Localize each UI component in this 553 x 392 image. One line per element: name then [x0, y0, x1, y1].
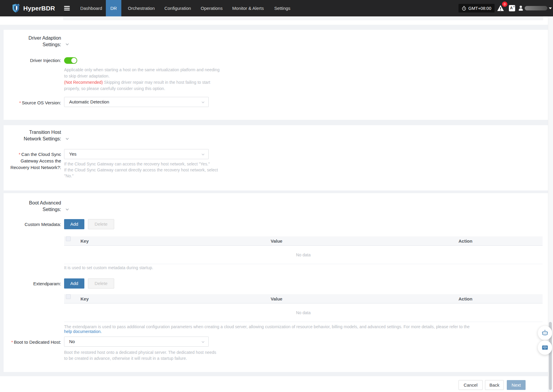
- nav-item-monitor-alerts[interactable]: Monitor & Alerts: [230, 0, 266, 16]
- dedicated-host-label: *Boot to Dedicated Host:: [4, 339, 61, 345]
- column-header-action: Action: [458, 294, 473, 303]
- column-header-key: Key: [80, 236, 89, 246]
- column-header-key: Key: [80, 294, 89, 303]
- custom-metadata-label: Custom Metadata:: [4, 221, 61, 227]
- documentation-button[interactable]: [538, 340, 552, 355]
- open-book-icon: [541, 344, 549, 351]
- user-icon: [518, 5, 523, 11]
- extendparam-label: Extendparam:: [4, 281, 61, 287]
- dedicated-host-select[interactable]: No: [64, 337, 209, 347]
- hamburger-menu-icon[interactable]: [64, 6, 70, 10]
- brand-title: HyperBDR: [23, 0, 55, 16]
- nav-item-orchestration[interactable]: Orchestration: [125, 0, 157, 16]
- extendparam-table: Key Value Action No data: [64, 294, 543, 322]
- notification-badge: 0: [502, 1, 507, 7]
- gateway-access-label: *Can the Cloud Sync Gateway Access the R…: [4, 151, 61, 171]
- robot-icon: [541, 329, 549, 337]
- custom-metadata-table-header: Key Value Action: [64, 236, 543, 246]
- section-title-driver-adaption: Driver Adaption Settings:: [4, 35, 61, 48]
- back-button[interactable]: Back: [485, 380, 504, 390]
- custom-metadata-delete-button[interactable]: Delete: [88, 219, 114, 229]
- nav-item-settings[interactable]: Settings: [273, 0, 292, 16]
- select-all-checkbox[interactable]: [66, 294, 71, 299]
- cancel-button[interactable]: Cancel: [458, 380, 483, 390]
- nav-item-dr[interactable]: DR: [106, 0, 121, 16]
- select-all-checkbox[interactable]: [66, 236, 71, 241]
- extendparam-note: The extendparam is used to pass addition…: [64, 324, 478, 334]
- collapse-chevron-down-icon[interactable]: [65, 42, 69, 46]
- driver-injection-toggle[interactable]: [64, 57, 77, 64]
- card-boot-advanced-settings: Boot Advanced Settings: Custom Metadata:…: [4, 193, 548, 372]
- timezone-label: GMT+08:00: [468, 6, 491, 11]
- gateway-access-value: Yes: [69, 151, 76, 157]
- nav-item-operations[interactable]: Operations: [199, 0, 224, 16]
- driver-injection-help: Applicable only when starting a host on …: [64, 67, 243, 92]
- column-header-action: Action: [458, 236, 473, 246]
- card-driver-adaption-settings: Driver Adaption Settings: Driver Injecti…: [4, 30, 548, 120]
- section-title-transition-network: Transition Host Network Settings:: [4, 129, 61, 142]
- select-chevron-down-icon: [201, 100, 205, 104]
- nav-item-configuration[interactable]: Configuration: [162, 0, 193, 16]
- select-chevron-down-icon: [201, 340, 205, 344]
- extendparam-table-header: Key Value Action: [64, 294, 543, 303]
- timezone-selector[interactable]: GMT+08:00: [458, 4, 495, 13]
- user-menu-caret-icon[interactable]: [549, 7, 552, 9]
- previous-card-remnant: [63, 16, 543, 20]
- chatbot-assistant-button[interactable]: [538, 326, 552, 340]
- hyperbdr-logo-icon: [12, 4, 20, 13]
- custom-metadata-add-button[interactable]: Add: [64, 219, 84, 229]
- column-header-value: Value: [271, 294, 282, 303]
- top-navbar: HyperBDR Dashboard DR Orchestration Conf…: [0, 0, 553, 16]
- source-os-version-select[interactable]: Automatic Detection: [64, 97, 209, 107]
- collapse-chevron-down-icon[interactable]: [65, 137, 69, 141]
- next-button[interactable]: Next: [507, 380, 526, 390]
- translate-icon[interactable]: A z: [509, 5, 515, 11]
- gateway-access-help: If the Cloud Sync Gateway can access the…: [64, 161, 249, 179]
- section-title-boot-advanced: Boot Advanced Settings:: [4, 200, 61, 213]
- dedicated-host-help: Boot the restored host onto a dedicated …: [64, 349, 249, 361]
- custom-metadata-note: It is used to set custom metadata during…: [64, 265, 153, 270]
- previous-card-bottom: [0, 16, 548, 25]
- not-recommended-warning: (Not Recommended): [64, 80, 103, 85]
- wizard-footer: Cancel Back Next: [0, 376, 548, 392]
- gateway-access-select[interactable]: Yes: [64, 149, 209, 159]
- driver-injection-label: Driver Injection:: [4, 58, 61, 63]
- column-header-value: Value: [271, 236, 282, 246]
- extendparam-add-button[interactable]: Add: [64, 278, 84, 289]
- custom-metadata-table: Key Value Action No data: [64, 236, 543, 264]
- collapse-chevron-down-icon[interactable]: [65, 207, 69, 211]
- help-documentation-link[interactable]: help documentation.: [64, 329, 102, 334]
- dedicated-host-value: No: [69, 339, 75, 344]
- source-os-version-label: *Source OS Version:: [4, 100, 61, 106]
- extendparam-delete-button[interactable]: Delete: [88, 278, 114, 289]
- custom-metadata-empty-state: No data: [64, 246, 543, 264]
- nav-item-dashboard[interactable]: Dashboard: [78, 0, 105, 16]
- extendparam-empty-state: No data: [64, 303, 543, 322]
- page-root: HyperBDR Dashboard DR Orchestration Conf…: [0, 0, 553, 392]
- source-os-version-value: Automatic Detection: [69, 99, 109, 104]
- select-chevron-down-icon: [201, 153, 205, 156]
- card-transition-host-network: Transition Host Network Settings: *Can t…: [4, 125, 548, 190]
- clock-icon: [462, 6, 466, 11]
- username-redacted[interactable]: [525, 6, 547, 10]
